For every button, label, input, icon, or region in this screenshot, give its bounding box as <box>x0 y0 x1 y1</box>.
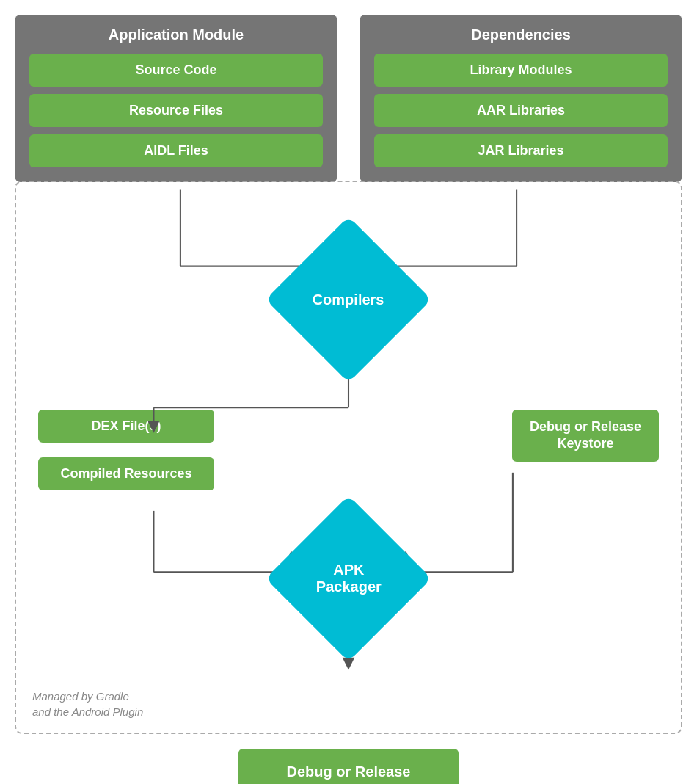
apk-packager-label: APK Packager <box>316 562 382 595</box>
dependencies-title: Dependencies <box>374 26 668 43</box>
source-code-btn: Source Code <box>29 54 323 87</box>
compilers-diamond: Compilers <box>38 241 659 358</box>
apk-output-row: Debug or Release APK <box>15 749 682 784</box>
gradle-note: Managed by Gradle and the Android Plugin <box>32 689 143 719</box>
compilers-label: Compilers <box>313 291 384 308</box>
dependencies-box: Dependencies Library Modules AAR Librari… <box>360 15 682 182</box>
apk-packager-diamond: APK Packager <box>38 520 659 637</box>
aar-libraries-btn: AAR Libraries <box>374 94 668 127</box>
dashed-area: Compilers DEX File(s) Compiled Resources… <box>15 181 682 734</box>
top-boxes-row: Application Module Source Code Resource … <box>15 15 682 182</box>
app-module-box: Application Module Source Code Resource … <box>15 15 337 182</box>
apk-output-btn: Debug or Release APK <box>238 749 459 784</box>
resource-files-btn: Resource Files <box>29 94 323 127</box>
jar-libraries-btn: JAR Libraries <box>374 134 668 167</box>
app-module-title: Application Module <box>29 26 323 43</box>
keystore-btn: Debug or Release Keystore <box>512 410 659 462</box>
library-modules-btn: Library Modules <box>374 54 668 87</box>
diagram: Application Module Source Code Resource … <box>15 15 682 784</box>
dex-files-btn: DEX File(s) <box>38 410 214 443</box>
compiled-resources-btn: Compiled Resources <box>38 457 214 490</box>
aidl-files-btn: AIDL Files <box>29 134 323 167</box>
left-output: DEX File(s) Compiled Resources <box>38 410 214 490</box>
middle-row: DEX File(s) Compiled Resources Debug or … <box>38 410 659 490</box>
